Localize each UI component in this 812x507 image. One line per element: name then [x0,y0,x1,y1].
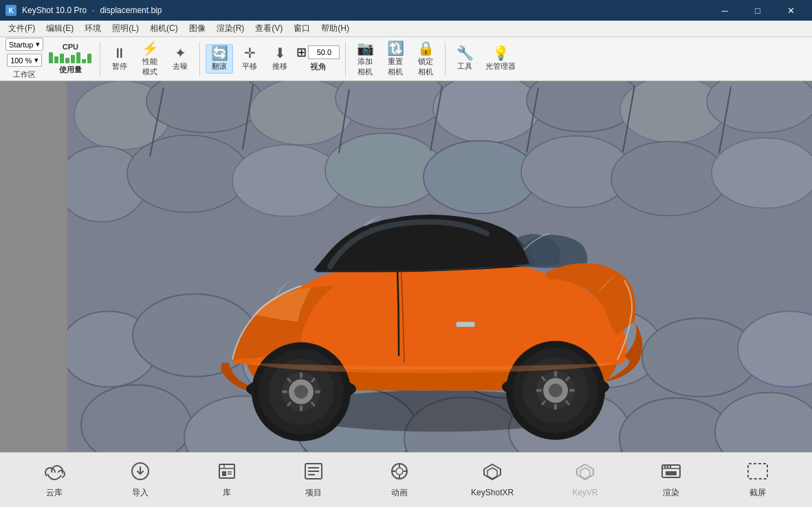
car-scene [67,81,812,452]
pan-button[interactable]: ✛ 平移 [236,45,263,73]
svg-marker-93 [577,464,593,479]
separator-4 [445,42,446,76]
performance-icon: ⚡ [142,41,159,55]
cpu-usage-label: 使用量 [59,65,82,75]
svg-point-7 [620,81,725,143]
title-left: K KeyShot 10.0 Pro · displacement.bip [6,5,162,16]
svg-point-18 [133,294,256,377]
animation-icon [390,462,409,484]
separator-1 [100,42,100,76]
performance-mode-button[interactable]: ⚡ 性能 模式 [136,40,164,78]
main-content [0,81,812,452]
workspace-label: 工作区 [13,69,36,80]
light-manager-button[interactable]: 💡 光管理器 [481,45,520,73]
svg-point-13 [424,141,536,214]
cpu-area: CPU 使用量 [46,41,94,76]
menu-edit[interactable]: 编辑(E) [41,21,79,36]
performance-label: 性能 模式 [142,56,157,77]
bottom-animation[interactable]: 动画 [379,459,420,501]
zoom-dropdown-arrow: ▾ [34,56,39,65]
keyvr-label: KeyVR [572,488,597,497]
library-label: 库 [223,487,231,499]
push-button[interactable]: ⬇ 推移 [266,45,294,73]
title-bar: K KeyShot 10.0 Pro · displacement.bip ─ … [0,0,812,21]
menu-file[interactable]: 文件(F) [3,21,41,36]
cpu-label: CPU [63,43,78,51]
bottom-project[interactable]: 项目 [293,459,334,501]
svg-point-48 [294,385,308,399]
push-icon: ⬇ [274,46,286,60]
cpu-bar-8 [87,54,91,63]
cpu-bar-6 [76,52,80,63]
grid-icon: ⊞ [296,45,307,60]
pause-button[interactable]: ⏸ 暂停 [106,45,133,73]
keyvr-icon [575,462,595,485]
left-sidebar [0,81,67,452]
app-icon: K [6,5,17,16]
svg-rect-99 [666,471,677,475]
bottom-screenshot[interactable]: 截屏 [737,459,778,501]
bottom-render[interactable]: 渲染 [650,459,692,501]
pause-label: 暂停 [112,61,127,72]
push-label: 推移 [272,61,287,72]
reset-camera-label: 重置 相机 [388,56,403,77]
library-icon [217,462,237,484]
menu-image[interactable]: 图像 [184,21,211,36]
flip-button[interactable]: 🔄 翻滚 [206,44,233,74]
render-label: 渲染 [663,487,679,499]
viewport[interactable] [67,81,812,452]
menu-bar: 文件(F) 编辑(E) 环境 照明(L) 相机(C) 图像 渲染(R) 查看(V… [0,21,812,37]
svg-point-11 [232,145,342,217]
add-camera-label: 添加 相机 [358,56,373,77]
menu-render[interactable]: 渲染(R) [211,21,250,36]
bottom-import[interactable]: 导入 [120,459,161,501]
light-manager-label: 光管理器 [485,61,516,72]
menu-help[interactable]: 帮助(H) [316,21,355,36]
screenshot-icon [747,462,768,484]
bottom-library[interactable]: 库 [206,459,248,501]
add-camera-button[interactable]: 📷 添加 相机 [351,40,379,78]
import-icon [131,462,150,484]
cpu-bar-1 [49,52,53,63]
cloud-library-label: 云库 [46,487,63,499]
svg-point-96 [664,466,666,468]
flip-label: 翻滚 [212,61,227,72]
menu-window[interactable]: 窗口 [288,21,316,36]
keyshotxr-label: KeyShotXR [471,488,514,497]
pan-label: 平移 [242,61,257,72]
workspace-dropdown[interactable]: Startup ▾ [6,38,43,51]
lock-camera-label: 锁定 相机 [418,56,433,77]
menu-environment[interactable]: 环境 [79,21,107,36]
close-button[interactable]: ✕ [775,0,806,21]
bottom-keyvr[interactable]: KeyVR [564,460,606,500]
keyshotxr-icon [482,462,503,485]
bottom-keyshotxr[interactable]: KeyShotXR [465,460,519,500]
pan-icon: ✛ [244,46,256,60]
tools-label: 工具 [457,61,472,72]
pause-icon: ⏸ [113,46,127,60]
screenshot-label: 截屏 [749,487,766,499]
menu-camera[interactable]: 相机(C) [144,21,184,36]
light-manager-icon: 💡 [492,46,509,60]
zoom-value: 100 % [10,56,32,65]
bottom-cloud-library[interactable]: 云库 [34,459,75,501]
svg-point-5 [433,81,540,143]
zoom-dropdown[interactable]: 100 % ▾ [7,54,42,67]
tools-button[interactable]: 🔧 工具 [451,45,479,73]
svg-rect-78 [222,471,226,476]
add-camera-icon: 📷 [357,41,374,55]
animation-label: 动画 [391,487,408,499]
denoise-button[interactable]: ✦ 去噪 [166,45,194,73]
svg-point-86 [396,468,403,475]
reset-camera-button[interactable]: 🔃 重置 相机 [382,40,409,78]
import-label: 导入 [132,487,149,499]
lock-camera-button[interactable]: 🔒 锁定 相机 [412,40,439,78]
scene-svg [67,81,812,452]
menu-lighting[interactable]: 照明(L) [107,21,144,36]
minimize-button[interactable]: ─ [709,0,740,21]
svg-point-98 [670,466,672,468]
denoise-icon: ✦ [175,46,186,60]
fov-input[interactable] [308,45,340,59]
maximize-button[interactable]: □ [742,0,773,21]
menu-view[interactable]: 查看(V) [250,21,288,36]
